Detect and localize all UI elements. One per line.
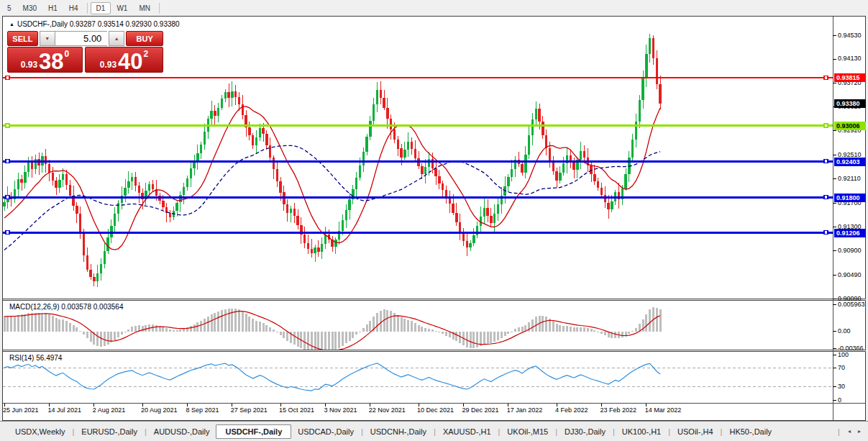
- rsi-tick-label: 100: [838, 351, 849, 358]
- tab-separator: |: [145, 427, 147, 436]
- tab-scroll-right-icon[interactable]: ▸: [858, 428, 861, 435]
- date-label: 17 Jan 2022: [507, 406, 543, 414]
- rsi-tick-label: 0: [838, 396, 841, 404]
- chart-tab-usdchf-daily[interactable]: USDCHF-,Daily: [216, 424, 291, 439]
- level-price-badge[interactable]: 0.91206: [834, 229, 866, 237]
- rsi-name: RSI(14): [9, 354, 34, 362]
- tab-separator: |: [668, 427, 670, 436]
- chart-tab-dj30-daily[interactable]: DJ30-,Daily: [558, 424, 612, 439]
- panel-separator[interactable]: [3, 350, 866, 352]
- date-label: 2 Aug 2021: [93, 406, 126, 414]
- one-click-trading-panel: SELL ▼ 5.00 ▲ BUY 0.93 38 0 0.93 40 2: [7, 31, 163, 73]
- rsi-tick-label: 30: [838, 383, 845, 390]
- buy-price-prefix: 0.93: [100, 60, 117, 71]
- sell-price-display[interactable]: 0.93 38 0: [7, 47, 83, 73]
- panel-separator[interactable]: [3, 299, 866, 301]
- volume-decrease-button[interactable]: ▼: [40, 31, 55, 46]
- toolbar-separator: [87, 3, 88, 14]
- timeframe-button-H4[interactable]: H4: [63, 2, 84, 14]
- date-label: 3 Nov 2021: [324, 406, 357, 414]
- current-price-badge: 0.93380: [834, 99, 866, 108]
- sell-price-pipette: 0: [65, 50, 70, 58]
- sell-price-big: 38: [39, 53, 63, 71]
- buy-price-pipette: 2: [144, 50, 149, 58]
- chart-tab-uk100-h1[interactable]: UK100-,H1: [616, 424, 667, 439]
- timeframe-toolbar: 5M30H1H4D1W1MN: [0, 0, 868, 16]
- tab-separator: |: [361, 427, 363, 436]
- rsi-indicator-label: RSI(14) 56.4974: [9, 354, 62, 362]
- tab-separator: |: [721, 427, 723, 436]
- date-label: 4 Feb 2022: [555, 406, 588, 414]
- price-axis-border: [833, 17, 833, 420]
- chart-window[interactable]: [2, 16, 866, 421]
- symbol-title: USDCHF-,Daily: [17, 20, 68, 28]
- macd-name: MACD(12,26,9): [9, 303, 59, 311]
- timeframe-button-MN[interactable]: MN: [133, 2, 156, 14]
- timeframe-button-M30[interactable]: M30: [17, 2, 42, 14]
- date-label: 20 Aug 2021: [141, 406, 178, 414]
- chart-tabs-bar: USDX,Weekly|EURUSD-,Daily|AUDUSD-,DailyU…: [0, 421, 868, 441]
- toolbar-separator: [159, 3, 160, 14]
- buy-price-display[interactable]: 0.93 40 2: [85, 47, 163, 73]
- date-label: 25 Jun 2021: [3, 406, 39, 414]
- level-price-badge[interactable]: 0.93006: [834, 122, 866, 130]
- macd-tick-label: 0.00: [838, 327, 851, 335]
- ohlc-values: 0.93287 0.93514 0.92930 0.93380: [70, 20, 180, 28]
- chart-tab-usdcnh-daily[interactable]: USDCNH-,Daily: [364, 424, 433, 439]
- date-label: 27 Sep 2021: [231, 406, 268, 414]
- tab-separator: |: [838, 427, 840, 436]
- chart-tab-usdx-weekly[interactable]: USDX,Weekly: [9, 424, 71, 439]
- sell-button[interactable]: SELL: [7, 31, 38, 46]
- chart-tab-eurusd-daily[interactable]: EURUSD-,Daily: [75, 424, 144, 439]
- buy-price-big: 40: [118, 53, 142, 71]
- collapse-panel-icon[interactable]: ▲: [9, 22, 14, 27]
- date-label: 8 Sep 2021: [186, 406, 219, 414]
- price-tick-label: 0.92110: [838, 175, 861, 182]
- chart-tab-hk50-daily[interactable]: HK50-,Daily: [723, 424, 778, 439]
- tab-separator: |: [555, 427, 557, 436]
- price-tick-label: 0.94130: [838, 55, 862, 62]
- level-price-badge[interactable]: 0.91800: [834, 194, 866, 202]
- timeframe-button-W1[interactable]: W1: [111, 2, 133, 14]
- volume-increase-button[interactable]: ▲: [109, 31, 124, 46]
- date-label: 14 Mar 2022: [645, 406, 682, 414]
- price-tick-label: 0.90490: [838, 271, 862, 278]
- date-label: 14 Jul 2021: [47, 406, 81, 414]
- price-tick-label: 0.94530: [838, 32, 862, 39]
- panel-separator: [3, 403, 866, 404]
- buy-button[interactable]: BUY: [126, 31, 163, 46]
- timeframe-button-D1[interactable]: D1: [91, 2, 111, 14]
- date-label: 23 Feb 2022: [600, 406, 636, 414]
- chart-tab-usdcad-daily[interactable]: USDCAD-,Daily: [291, 424, 360, 439]
- date-label: 15 Oct 2021: [279, 406, 314, 414]
- chart-tab-xauusd-h1[interactable]: XAUUSD-,H1: [437, 424, 498, 439]
- date-label: 10 Dec 2021: [417, 406, 454, 414]
- rsi-tick-label: 70: [838, 364, 845, 371]
- chart-tab-usoil-h4[interactable]: USOil-,H4: [671, 424, 720, 439]
- macd-tick-label: 0.005963: [838, 301, 865, 308]
- tab-separator: |: [498, 427, 501, 436]
- tab-scroll-left-icon[interactable]: ◂: [848, 428, 851, 435]
- macd-indicator-label: MACD(12,26,9) 0.003578 0.003564: [9, 303, 123, 311]
- tab-scroll-controls: |◂▸: [837, 427, 868, 436]
- timeframe-button-5[interactable]: 5: [1, 2, 17, 14]
- price-tick-label: 0.90900: [838, 247, 862, 254]
- macd-values: 0.003578 0.003564: [61, 303, 123, 311]
- trading-platform-window: 5M30H1H4D1W1MN ▲USDCHF-,Daily 0.93287 0.…: [0, 0, 868, 441]
- tab-separator: |: [434, 427, 436, 436]
- tab-separator: |: [72, 427, 74, 436]
- level-price-badge[interactable]: 0.92403: [834, 158, 866, 166]
- date-label: 22 Nov 2021: [369, 406, 406, 414]
- chart-tab-audusd-daily[interactable]: AUDUSD-,Daily: [147, 424, 216, 439]
- date-label: 29 Dec 2021: [462, 406, 498, 414]
- chart-symbol-header: ▲USDCHF-,Daily 0.93287 0.93514 0.92930 0…: [9, 20, 180, 28]
- level-price-badge[interactable]: 0.93815: [834, 73, 866, 82]
- sell-price-prefix: 0.93: [21, 60, 37, 71]
- rsi-value: 56.4974: [36, 354, 62, 362]
- volume-input[interactable]: 5.00: [55, 31, 108, 46]
- timeframe-button-H1[interactable]: H1: [42, 2, 63, 14]
- tab-separator: |: [613, 427, 615, 436]
- chart-tab-ukoil-m15[interactable]: UKOil-,M15: [501, 424, 554, 439]
